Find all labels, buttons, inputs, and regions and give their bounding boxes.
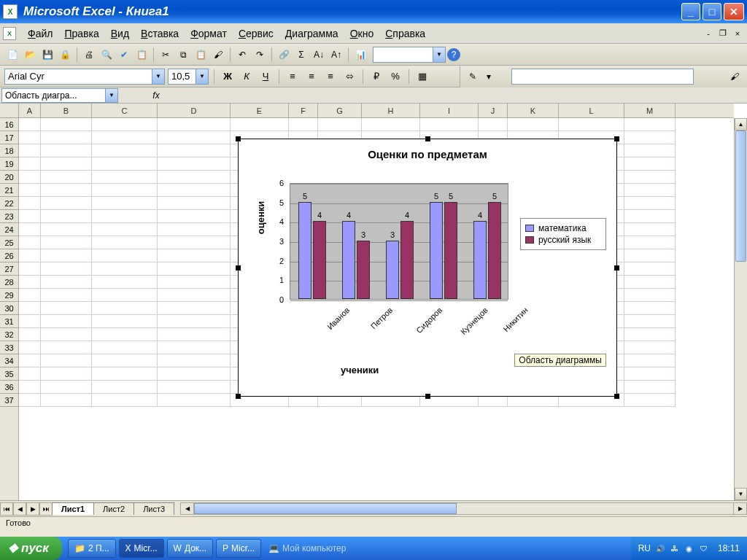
taskbar-item[interactable]: WДок... [167, 539, 214, 558]
lang-indicator[interactable]: RU [638, 543, 651, 553]
tray-icon[interactable]: 🖧 [670, 543, 680, 553]
col-header-B[interactable]: B [41, 104, 92, 117]
maximize-button[interactable]: □ [703, 3, 721, 20]
aux-icon-1[interactable]: ✎ [465, 69, 481, 85]
tab-next-icon[interactable]: ▶ [26, 502, 39, 516]
menu-window[interactable]: Окно [344, 26, 380, 41]
col-header-G[interactable]: G [318, 104, 362, 117]
col-header-A[interactable]: A [19, 104, 41, 117]
col-header-F[interactable]: F [289, 104, 318, 117]
workbook-icon[interactable]: X [3, 27, 16, 40]
font-name-combo[interactable]: Arial Cyr▼ [4, 69, 165, 85]
hscroll-thumb[interactable] [194, 503, 457, 514]
menu-insert[interactable]: Вставка [135, 26, 185, 41]
tray-icon[interactable]: ◉ [684, 543, 694, 553]
name-box[interactable]: Область диагра...▼ [1, 88, 118, 103]
merge-center-icon[interactable]: ⬄ [341, 69, 357, 85]
row-header[interactable]: 36 [0, 381, 18, 394]
mdi-close[interactable]: × [731, 28, 744, 39]
legend-item[interactable]: русский язык [525, 235, 601, 245]
copy-icon[interactable]: ⧉ [175, 47, 191, 63]
row-header[interactable]: 35 [0, 368, 18, 381]
sheet-tab[interactable]: Лист2 [93, 502, 134, 515]
aux-input[interactable] [511, 69, 694, 85]
col-header-H[interactable]: H [362, 104, 420, 117]
menu-view[interactable]: Вид [105, 26, 135, 41]
col-header-M[interactable]: M [624, 104, 676, 117]
taskbar-item[interactable]: 📁2 П... [68, 539, 116, 558]
row-header[interactable]: 18 [0, 144, 18, 158]
row-headers[interactable]: 1617181920212223242526272829303132333435… [0, 118, 19, 500]
bold-button[interactable]: Ж [220, 69, 236, 85]
row-header[interactable]: 33 [0, 341, 18, 354]
cut-icon[interactable]: ✂ [158, 47, 174, 63]
mdi-restore[interactable]: ❐ [716, 28, 729, 39]
col-header-D[interactable]: D [158, 104, 231, 117]
percent-icon[interactable]: % [387, 69, 403, 85]
sort-desc-icon[interactable]: A↑ [328, 47, 344, 63]
row-header[interactable]: 34 [0, 354, 18, 368]
chart-bar[interactable] [386, 241, 399, 299]
aux-icon-2[interactable]: ▾ [481, 69, 497, 85]
preview-icon[interactable]: 🔍 [98, 47, 115, 63]
chart-bar[interactable] [400, 221, 414, 299]
chart-bar[interactable] [444, 202, 457, 299]
help-icon[interactable]: ? [447, 48, 460, 61]
menu-chart[interactable]: Диаграмма [279, 26, 344, 41]
mdi-minimize[interactable]: - [702, 28, 715, 39]
chart-wizard-icon[interactable]: 📊 [352, 47, 368, 63]
row-header[interactable]: 30 [0, 302, 18, 315]
hyperlink-icon[interactable]: 🔗 [276, 47, 292, 63]
col-header-I[interactable]: I [420, 104, 479, 117]
row-header[interactable]: 16 [0, 118, 18, 131]
chart-xlabel[interactable]: ученики [341, 365, 379, 376]
clock[interactable]: 18:11 [718, 543, 740, 553]
tray-icon[interactable]: 🔊 [655, 543, 665, 553]
menu-help[interactable]: Справка [379, 26, 431, 41]
hscroll-left-icon[interactable]: ◀ [181, 503, 194, 514]
legend-item[interactable]: математика [525, 223, 601, 233]
row-header[interactable]: 37 [0, 394, 18, 407]
tab-prev-icon[interactable]: ◀ [13, 502, 26, 516]
row-header[interactable]: 17 [0, 131, 18, 144]
row-header[interactable]: 23 [0, 210, 18, 223]
row-header[interactable]: 19 [0, 158, 18, 171]
italic-button[interactable]: К [239, 69, 255, 85]
permissions-icon[interactable]: 🔒 [57, 47, 73, 63]
redo-icon[interactable]: ↷ [252, 47, 268, 63]
new-icon[interactable]: 📄 [4, 47, 20, 63]
chart-legend[interactable]: математикарусский язык [520, 218, 606, 250]
menu-tools[interactable]: Сервис [233, 26, 279, 41]
row-header[interactable]: 24 [0, 223, 18, 236]
zoom-combo[interactable]: ▼ [373, 47, 446, 63]
col-header-J[interactable]: J [479, 104, 508, 117]
tab-first-icon[interactable]: ⏮ [0, 502, 13, 516]
align-left-icon[interactable]: ≡ [285, 69, 301, 85]
tab-last-icon[interactable]: ⏭ [39, 502, 53, 516]
select-all-corner[interactable] [0, 104, 19, 118]
borders-icon[interactable]: ▦ [414, 69, 430, 85]
row-header[interactable]: 20 [0, 171, 18, 184]
row-header[interactable]: 21 [0, 184, 18, 197]
taskbar-item[interactable]: 💻Мой компьютер [263, 539, 352, 558]
chart-bar[interactable] [488, 202, 501, 299]
autosum-icon[interactable]: Σ [293, 47, 309, 63]
taskbar-item[interactable]: XMicr... [119, 539, 164, 558]
row-header[interactable]: 26 [0, 249, 18, 262]
row-header[interactable]: 22 [0, 197, 18, 210]
save-icon[interactable]: 💾 [39, 47, 55, 63]
tray-icon[interactable]: 🛡 [699, 543, 709, 553]
align-right-icon[interactable]: ≡ [322, 69, 338, 85]
open-icon[interactable]: 📂 [22, 47, 38, 63]
vertical-scrollbar[interactable]: ▲ ▼ [734, 118, 747, 500]
taskbar-item[interactable]: PMicr... [216, 539, 261, 558]
currency-icon[interactable]: ₽ [368, 69, 384, 85]
chart-ylabel[interactable]: оценки [255, 201, 266, 235]
paste-icon[interactable]: 📋 [193, 47, 209, 63]
row-header[interactable]: 32 [0, 328, 18, 341]
aux-brush-icon[interactable]: 🖌 [727, 69, 743, 85]
start-button[interactable]: ❖пуск [0, 537, 62, 560]
hscroll-right-icon[interactable]: ▶ [733, 503, 746, 514]
row-header[interactable]: 31 [0, 315, 18, 328]
sheet-tab[interactable]: Лист3 [133, 502, 174, 515]
